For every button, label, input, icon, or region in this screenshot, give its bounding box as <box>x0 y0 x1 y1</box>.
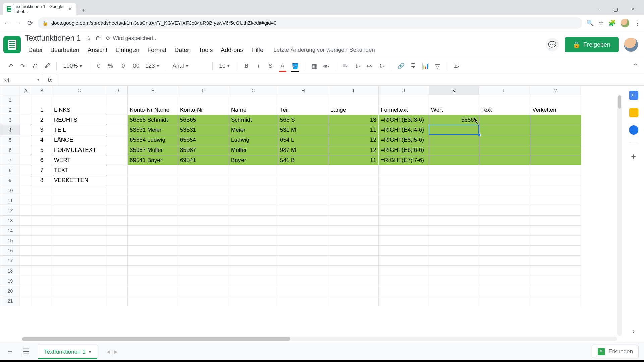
cell-L12[interactable] <box>479 205 530 216</box>
cell-C4[interactable]: TEIL <box>52 125 107 135</box>
cell-F10[interactable] <box>178 185 229 195</box>
cell-B14[interactable] <box>32 226 52 236</box>
cell-A14[interactable] <box>20 226 32 236</box>
cell-H8[interactable] <box>278 165 328 175</box>
cell-D8[interactable] <box>107 165 128 175</box>
cell-G16[interactable] <box>229 246 278 256</box>
cell-C18[interactable] <box>52 266 107 276</box>
cell-G21[interactable] <box>229 296 278 306</box>
cell-G13[interactable] <box>229 216 278 226</box>
cell-C12[interactable] <box>52 205 107 216</box>
cell-E12[interactable] <box>128 205 178 216</box>
cell-J1[interactable] <box>379 95 429 105</box>
cell-B8[interactable]: 7 <box>32 165 52 175</box>
cell-D16[interactable] <box>107 246 128 256</box>
cell-L11[interactable] <box>479 195 530 205</box>
wrap-button[interactable]: ↩▾ <box>365 61 374 71</box>
cell-H3[interactable]: 565 S <box>278 115 328 125</box>
cell-A20[interactable] <box>20 286 32 296</box>
cell-C2[interactable]: LINKS <box>52 105 107 115</box>
cell-I20[interactable] <box>328 286 379 296</box>
cell-C17[interactable] <box>52 256 107 266</box>
browser-tab[interactable]: Textfunktionen 1 - Google Tabel… ✕ <box>3 3 76 15</box>
cell-I1[interactable] <box>328 95 379 105</box>
row-header-13[interactable]: 13 <box>0 216 20 226</box>
borders-button[interactable]: ▦ <box>310 61 319 71</box>
fill-color-button[interactable]: 🪣 <box>290 61 300 71</box>
cell-B11[interactable] <box>32 195 52 205</box>
cell-I12[interactable] <box>328 205 379 216</box>
cell-D5[interactable] <box>107 135 128 145</box>
rotate-button[interactable]: ⤹▾ <box>377 61 386 71</box>
cell-H19[interactable] <box>278 276 328 286</box>
cell-H16[interactable] <box>278 246 328 256</box>
cell-I18[interactable] <box>328 266 379 276</box>
tab-close-icon[interactable]: ✕ <box>68 6 72 12</box>
h-scrollbar[interactable] <box>22 337 617 341</box>
functions-button[interactable]: Σ▾ <box>452 61 462 71</box>
cell-F20[interactable] <box>178 286 229 296</box>
menu-datei[interactable]: Datei <box>25 45 46 56</box>
col-header-J[interactable]: J <box>379 86 429 95</box>
doc-title[interactable]: Textfunktionen 1 <box>25 34 81 43</box>
cell-E8[interactable] <box>128 165 178 175</box>
cell-H20[interactable] <box>278 286 328 296</box>
cell-L5[interactable] <box>479 135 530 145</box>
cell-M12[interactable] <box>530 205 581 216</box>
cell-M9[interactable] <box>530 175 581 185</box>
cell-K14[interactable] <box>429 226 479 236</box>
font-size-select[interactable]: 10▾ <box>217 63 232 69</box>
cell-I6[interactable]: 12 <box>328 145 379 155</box>
cell-K5[interactable] <box>429 135 479 145</box>
cell-L9[interactable] <box>479 175 530 185</box>
cell-C9[interactable]: VERKETTEN <box>52 175 107 185</box>
cell-H4[interactable]: 531 M <box>278 125 328 135</box>
cell-A11[interactable] <box>20 195 32 205</box>
cell-A3[interactable] <box>20 115 32 125</box>
merge-button[interactable]: ⇹▾ <box>322 61 331 71</box>
redo-button[interactable]: ↷ <box>18 61 28 71</box>
zoom-select[interactable]: 100%▾ <box>61 63 84 69</box>
cell-I3[interactable]: 13 <box>328 115 379 125</box>
sheet-scroll-nav[interactable]: ◀ | ▶ <box>107 349 118 354</box>
cell-I17[interactable] <box>328 256 379 266</box>
cell-L10[interactable] <box>479 185 530 195</box>
cell-A5[interactable] <box>20 135 32 145</box>
cell-K6[interactable] <box>429 145 479 155</box>
cell-G20[interactable] <box>229 286 278 296</box>
cell-G9[interactable] <box>229 175 278 185</box>
cell-H18[interactable] <box>278 266 328 276</box>
paint-format-button[interactable]: 🖌 <box>42 61 52 71</box>
cell-D21[interactable] <box>107 296 128 306</box>
cell-K8[interactable] <box>429 165 479 175</box>
cell-D2[interactable] <box>107 105 128 115</box>
cell-F13[interactable] <box>178 216 229 226</box>
cell-G5[interactable]: Ludwig <box>229 135 278 145</box>
keep-addon-icon[interactable] <box>629 108 638 117</box>
nav-forward-icon[interactable]: → <box>15 19 22 27</box>
cell-A16[interactable] <box>20 246 32 256</box>
zoom-indicator-icon[interactable]: 🔍 <box>586 19 594 27</box>
cell-F14[interactable] <box>178 226 229 236</box>
cell-K18[interactable] <box>429 266 479 276</box>
cell-A6[interactable] <box>20 145 32 155</box>
row-header-20[interactable]: 20 <box>0 286 20 296</box>
cell-K19[interactable] <box>429 276 479 286</box>
percent-button[interactable]: % <box>106 61 115 71</box>
cell-M7[interactable] <box>530 155 581 165</box>
cell-G6[interactable]: Müller <box>229 145 278 155</box>
cell-A1[interactable] <box>20 95 32 105</box>
row-header-6[interactable]: 6 <box>0 145 20 155</box>
cell-C8[interactable]: TEXT <box>52 165 107 175</box>
cell-J20[interactable] <box>379 286 429 296</box>
cell-J21[interactable] <box>379 296 429 306</box>
col-header-F[interactable]: F <box>178 86 229 95</box>
cell-C11[interactable] <box>52 195 107 205</box>
star-icon[interactable]: ☆ <box>85 34 91 42</box>
cell-H11[interactable] <box>278 195 328 205</box>
row-header-16[interactable]: 16 <box>0 246 20 256</box>
cell-E21[interactable] <box>128 296 178 306</box>
cell-F2[interactable]: Konto-Nr <box>178 105 229 115</box>
cell-L4[interactable] <box>479 125 530 135</box>
cell-A9[interactable] <box>20 175 32 185</box>
